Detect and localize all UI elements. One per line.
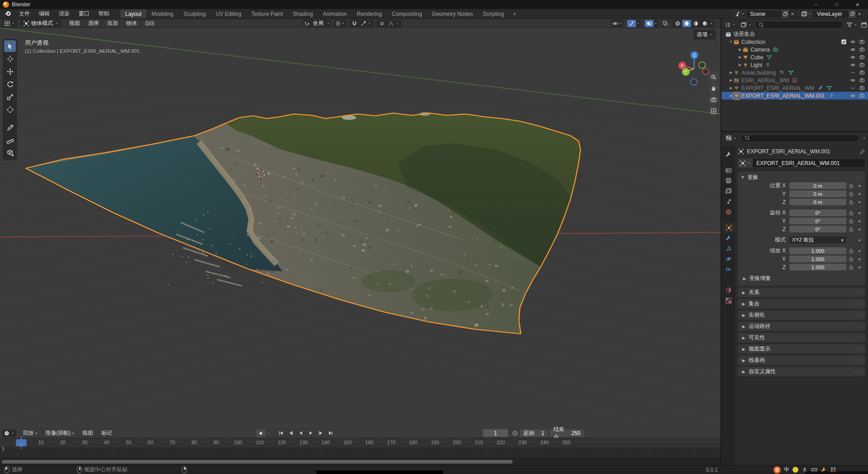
outliner-filter-button[interactable]: [845, 21, 859, 28]
value-field[interactable]: 0 m: [789, 190, 846, 197]
value-field[interactable]: 0 m: [789, 199, 846, 205]
frame-start-field[interactable]: 起始 1: [520, 429, 548, 437]
menu-编辑[interactable]: 编辑: [34, 9, 54, 19]
render-visibility-toggle[interactable]: [857, 62, 866, 68]
playhead-line[interactable]: [21, 436, 22, 449]
outliner-row-esri-aerial-wm[interactable]: ▶ESRI_AERIAL_WM: [722, 76, 868, 84]
properties-tab-scene[interactable]: [722, 196, 735, 207]
hide-viewport-toggle[interactable]: [848, 93, 857, 99]
play-button[interactable]: [306, 429, 316, 437]
outliner-row-camera[interactable]: ▶Camera: [722, 46, 868, 53]
transform-orientation[interactable]: 全局: [303, 20, 331, 27]
lock-toggle[interactable]: [846, 183, 856, 189]
scale-tool-button[interactable]: [4, 91, 16, 103]
viewlayer-remove-icon[interactable]: ✕: [856, 10, 863, 18]
expand-icon[interactable]: ▶: [738, 63, 742, 67]
render-visibility-toggle[interactable]: [857, 39, 866, 45]
hide-viewport-toggle[interactable]: [848, 39, 857, 45]
lock-toggle[interactable]: [846, 227, 856, 232]
close-button[interactable]: ✕: [847, 0, 868, 9]
properties-tab-object[interactable]: [722, 223, 735, 233]
render-visibility-toggle[interactable]: [857, 70, 866, 76]
hide-viewport-toggle[interactable]: [848, 70, 857, 76]
expand-icon[interactable]: ▼: [729, 40, 733, 44]
value-field[interactable]: 0°: [789, 218, 846, 224]
falloff-button[interactable]: [387, 20, 401, 27]
select-tool-button[interactable]: [4, 40, 16, 52]
workspace-tab-animation[interactable]: Animation: [318, 9, 352, 18]
addcube-tool-button[interactable]: [4, 147, 16, 159]
ime-lang-label[interactable]: 中: [784, 466, 789, 474]
viewport-menu-物体[interactable]: 物体: [122, 19, 141, 28]
section-关系[interactable]: ▶关系∷∷: [738, 288, 865, 297]
properties-tab-particles[interactable]: [722, 243, 735, 254]
outliner-display-mode-button[interactable]: [739, 21, 753, 28]
nextkey-button[interactable]: [316, 429, 326, 437]
rotation-mode-dropdown[interactable]: XYZ 欧拉▾: [789, 237, 846, 243]
maximize-button[interactable]: □: [826, 0, 847, 9]
lock-toggle[interactable]: [846, 191, 856, 197]
editor-type-button[interactable]: [3, 20, 17, 27]
workspace-tab-scripting[interactable]: Scripting: [478, 9, 509, 18]
outliner-row-light[interactable]: ▶Light: [722, 61, 868, 69]
transform-panel-header[interactable]: ▼ 变换 ∷∷: [741, 173, 863, 181]
blender-menu-icon[interactable]: [4, 10, 13, 18]
expand-icon[interactable]: ▶: [729, 86, 733, 90]
outliner-search-input[interactable]: [755, 21, 843, 28]
value-field[interactable]: 0 m: [789, 182, 846, 189]
shading-rendered-button[interactable]: [700, 20, 709, 27]
properties-tab-texture[interactable]: [722, 295, 735, 306]
annotate-tool-button[interactable]: [4, 122, 16, 133]
value-field[interactable]: 1.000: [789, 256, 846, 262]
animate-dot[interactable]: ●: [856, 249, 863, 253]
properties-search-input[interactable]: [741, 134, 859, 142]
viewlayer-name[interactable]: ViewLayer: [813, 11, 849, 17]
viewport-menu-选择[interactable]: 选择: [84, 19, 103, 28]
workspace-tab-texture-paint[interactable]: Texture Paint: [246, 9, 288, 18]
animate-dot[interactable]: ●: [856, 200, 863, 204]
new-collection-icon[interactable]: [861, 22, 867, 28]
timeline-scrollbar[interactable]: [0, 458, 721, 465]
chevron-down-icon[interactable]: [862, 136, 866, 140]
hide-viewport-toggle[interactable]: [848, 54, 857, 60]
animate-dot[interactable]: ●: [856, 184, 863, 188]
section-可见性[interactable]: ▶可见性∷∷: [738, 333, 865, 342]
cursor3d-tool-button[interactable]: [4, 53, 16, 65]
hide-viewport-toggle[interactable]: [848, 85, 857, 91]
ortho-perspective-button[interactable]: [708, 105, 719, 116]
workspace-tab-sculpting[interactable]: Sculpting: [179, 9, 211, 18]
section-线条画[interactable]: ▶线条画∷∷: [738, 356, 865, 365]
value-field[interactable]: 0°: [789, 209, 846, 216]
animate-dot[interactable]: ●: [856, 227, 863, 232]
section-实例化[interactable]: ▶实例化∷∷: [738, 310, 865, 320]
workspace-tab-compositing[interactable]: Compositing: [387, 9, 427, 18]
workspace-tab-uv-editing[interactable]: UV Editing: [211, 9, 246, 18]
expand-icon[interactable]: ▶: [729, 94, 733, 98]
viewlayer-browse-button[interactable]: [800, 10, 813, 18]
navigation-gizmo[interactable]: ZXY: [677, 51, 712, 90]
transformtool-tool-button[interactable]: [4, 104, 16, 115]
animate-dot[interactable]: ●: [856, 192, 863, 196]
properties-tab-material[interactable]: [722, 285, 735, 295]
viewport-options-button[interactable]: 选项: [693, 30, 716, 39]
pan-hand-button[interactable]: [708, 83, 719, 94]
menu-帮助[interactable]: 帮助: [94, 9, 114, 19]
collection-checkbox-toggle[interactable]: [839, 39, 848, 45]
prevkey-button[interactable]: [286, 429, 296, 437]
emoji-icon[interactable]: [793, 467, 798, 473]
properties-tab-viewlayer[interactable]: [722, 186, 735, 196]
outliner-editor-type-button[interactable]: [723, 21, 737, 28]
gizmos-dropdown[interactable]: [626, 20, 641, 27]
menu-渲染[interactable]: 渲染: [54, 9, 74, 19]
render-visibility-toggle[interactable]: [857, 77, 866, 83]
viewport-menu-GIS[interactable]: GIS: [141, 19, 159, 28]
properties-tab-constraints[interactable]: [722, 264, 735, 275]
gizmo-toggle[interactable]: [627, 20, 636, 27]
lock-toggle[interactable]: [846, 218, 856, 224]
minimize-button[interactable]: ─: [806, 0, 826, 9]
properties-tab-data[interactable]: [722, 275, 735, 285]
lock-toggle[interactable]: [846, 210, 856, 216]
playrev-button[interactable]: [296, 429, 306, 437]
object-name-field[interactable]: EXPORT_ESRI_AERIAL_WM.001: [753, 158, 865, 168]
viewport-menu-视图[interactable]: 视图: [65, 19, 84, 28]
